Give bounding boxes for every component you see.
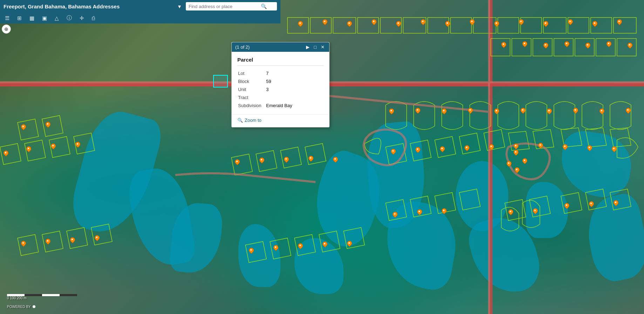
popup-header: (1 of 2) ▶ □ ✕ xyxy=(232,42,329,52)
popup-expand-button[interactable]: □ xyxy=(313,44,318,50)
select-tool-button[interactable]: ✛ xyxy=(78,14,86,22)
imagery-tool-button[interactable]: ▣ xyxy=(41,14,48,22)
location-pin xyxy=(259,158,264,163)
basemap-tool-button[interactable]: ▦ xyxy=(28,14,36,22)
field-value: 3 xyxy=(265,85,324,93)
location-pin xyxy=(393,212,397,217)
location-pin xyxy=(538,143,542,148)
popup-close-button[interactable]: ✕ xyxy=(320,44,326,50)
powered-by: POWERED BY xyxy=(7,305,35,309)
location-pin xyxy=(347,241,351,246)
location-pin xyxy=(21,241,25,246)
location-pin xyxy=(514,144,518,149)
field-value: 59 xyxy=(265,77,324,85)
field-label: Tract xyxy=(237,93,265,102)
map-dropdown-button[interactable]: ▾ xyxy=(176,2,183,11)
compass-button[interactable]: ⊕ xyxy=(2,25,11,34)
location-pin xyxy=(21,124,25,130)
location-pin xyxy=(543,21,548,27)
field-value: Emerald Bay xyxy=(265,102,324,110)
table-row: Lot 7 xyxy=(237,69,324,77)
location-pin xyxy=(309,156,313,161)
zoom-to-button[interactable]: 🔍 Zoom to xyxy=(237,118,262,123)
location-pin xyxy=(564,41,569,47)
location-pin xyxy=(522,41,527,47)
location-pin xyxy=(95,235,99,241)
field-label: Block xyxy=(237,77,265,85)
location-pin xyxy=(396,21,400,27)
location-pin xyxy=(617,19,621,25)
location-pin xyxy=(501,42,506,48)
popup-footer: 🔍 Zoom to xyxy=(232,114,329,127)
location-pin xyxy=(563,144,567,150)
popup-counter: (1 of 2) xyxy=(235,44,250,50)
location-pin xyxy=(628,43,632,48)
location-pin xyxy=(514,150,518,155)
toolbar: Freeport, Grand Bahama, Bahamas Addresse… xyxy=(0,0,280,23)
search-input[interactable] xyxy=(189,4,259,9)
location-pin xyxy=(298,243,302,249)
field-label: Unit xyxy=(237,85,265,93)
field-value: 7 xyxy=(265,69,324,77)
table-row: Unit 3 xyxy=(237,85,324,93)
popup-navigation: (1 of 2) xyxy=(235,44,250,50)
location-pin xyxy=(273,245,278,251)
scale-bar: 0 100 200 m xyxy=(7,294,77,300)
location-pin xyxy=(470,19,474,25)
location-pin xyxy=(372,19,376,25)
location-pin xyxy=(573,108,577,113)
location-pin xyxy=(585,43,590,48)
popup-body: Parcel Lot 7 Block 59 Unit 3 Tract Subdi… xyxy=(232,52,329,114)
location-pin xyxy=(333,157,337,162)
location-pin xyxy=(235,159,239,165)
location-pin xyxy=(323,242,327,247)
location-pin xyxy=(445,21,449,27)
list-tool-button[interactable]: ☰ xyxy=(4,14,11,22)
location-pin xyxy=(4,151,8,156)
location-pin xyxy=(507,161,511,167)
map-title: Freeport, Grand Bahama, Bahamas Addresse… xyxy=(4,4,173,9)
info-tool-button[interactable]: ⓘ xyxy=(65,14,73,22)
location-pin xyxy=(508,209,513,215)
location-pin xyxy=(515,167,519,173)
search-icon-button[interactable]: 🔍 xyxy=(261,4,267,9)
location-pin xyxy=(391,149,395,154)
print-tool-button[interactable]: ⎙ xyxy=(90,14,96,22)
location-pin xyxy=(587,145,591,151)
location-pin xyxy=(494,21,499,27)
location-pin xyxy=(614,200,618,206)
table-row: Subdivision Emerald Bay xyxy=(237,102,324,110)
table-row: Block 59 xyxy=(237,77,324,85)
location-pin xyxy=(489,144,493,150)
popup-attributes-table: Lot 7 Block 59 Unit 3 Tract Subdivision … xyxy=(237,69,324,110)
location-pin xyxy=(421,19,425,25)
location-pin xyxy=(323,19,327,25)
field-value xyxy=(265,93,324,102)
feature-popup: (1 of 2) ▶ □ ✕ Parcel Lot 7 Block 59 Uni… xyxy=(231,42,330,127)
search-box: 🔍 xyxy=(186,2,277,11)
popup-next-button[interactable]: ▶ xyxy=(305,44,311,50)
field-label: Lot xyxy=(237,69,265,77)
location-pin xyxy=(46,122,50,127)
layers-tool-button[interactable]: ⊞ xyxy=(16,14,23,22)
location-pin xyxy=(46,239,50,244)
location-pin xyxy=(564,203,569,209)
selected-parcel xyxy=(213,75,228,88)
location-pin xyxy=(522,158,527,164)
location-pin xyxy=(521,108,525,113)
location-pin xyxy=(589,201,593,207)
location-pin xyxy=(543,43,548,48)
measure-tool-button[interactable]: △ xyxy=(53,14,60,22)
location-pin xyxy=(415,147,420,153)
location-pin xyxy=(26,146,30,152)
location-pin xyxy=(298,21,302,27)
zoom-to-icon: 🔍 xyxy=(237,118,243,123)
location-pin xyxy=(75,142,80,147)
toolbar-tools: ☰ ⊞ ▦ ▣ △ ⓘ ✛ ⎙ xyxy=(0,13,280,23)
scale-label: 0 100 200 m xyxy=(7,296,27,300)
location-pin xyxy=(519,19,523,25)
zoom-to-label: Zoom to xyxy=(245,118,262,123)
location-pin xyxy=(51,144,55,149)
location-pin xyxy=(568,19,572,25)
location-pin xyxy=(442,208,446,214)
